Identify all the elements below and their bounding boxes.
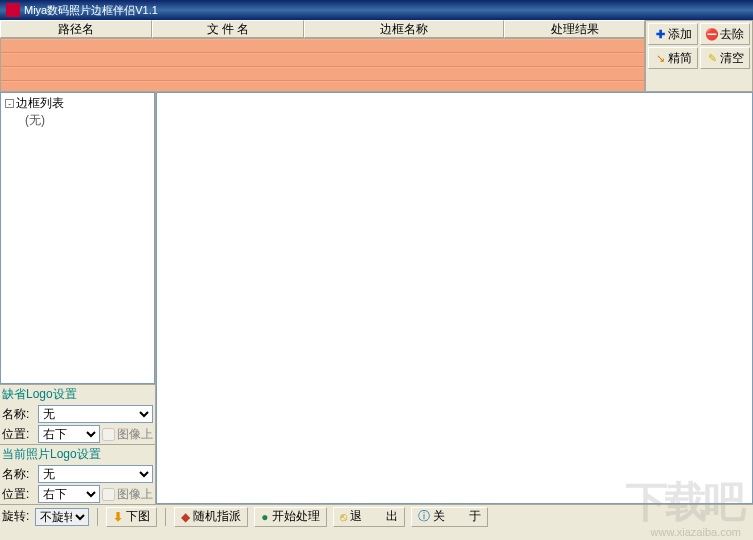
- exit-icon: ⎋: [340, 510, 347, 524]
- default-name-label: 名称:: [2, 406, 36, 423]
- random-assign-label: 随机指派: [193, 508, 241, 525]
- frame-tree[interactable]: - 边框列表 (无): [0, 92, 155, 384]
- current-pos-select[interactable]: 右下: [38, 485, 100, 503]
- about-button[interactable]: ⓘ 关 于: [411, 507, 488, 527]
- start-process-button[interactable]: ● 开始处理: [254, 507, 326, 527]
- tree-root-label: 边框列表: [16, 95, 64, 112]
- remove-label: 去除: [720, 26, 744, 43]
- down-arrow-icon: ⬇: [113, 510, 123, 524]
- remove-button[interactable]: ⛔ 去除: [700, 23, 750, 45]
- current-logo-group: 当前照片Logo设置 名称: 无 位置: 右下 图像上: [0, 444, 155, 504]
- default-logo-title: 缺省Logo设置: [0, 385, 155, 404]
- add-button[interactable]: ✚ 添加: [648, 23, 698, 45]
- clear-button[interactable]: ✎ 清空: [700, 47, 750, 69]
- current-pos-label: 位置:: [2, 486, 36, 503]
- broom-icon: ✎: [706, 52, 718, 64]
- slim-button[interactable]: ↘ 精简: [648, 47, 698, 69]
- default-name-select[interactable]: 无: [38, 405, 153, 423]
- tree-empty-label: (无): [25, 113, 45, 127]
- next-image-label: 下图: [126, 508, 150, 525]
- main-area: - 边框列表 (无) 缺省Logo设置 名称: 无 位置: 右下 图像上: [0, 92, 753, 504]
- dice-icon: ◆: [181, 510, 190, 524]
- col-result[interactable]: 处理结果: [504, 20, 645, 38]
- file-list-area: 路径名 文 件 名 边框名称 处理结果 ✚ 添加 ⛔ 去除 ↘ 精简 ✎ 清空: [0, 20, 753, 92]
- separator: [165, 508, 166, 526]
- clear-label: 清空: [720, 50, 744, 67]
- rotate-select[interactable]: 不旋转: [35, 508, 89, 526]
- table-body-empty[interactable]: [0, 38, 645, 92]
- current-over-checkbox[interactable]: [102, 488, 115, 501]
- col-filename[interactable]: 文 件 名: [152, 20, 304, 38]
- add-label: 添加: [668, 26, 692, 43]
- left-panel: - 边框列表 (无) 缺省Logo设置 名称: 无 位置: 右下 图像上: [0, 92, 156, 504]
- next-image-button[interactable]: ⬇ 下图: [106, 507, 157, 527]
- preview-area: [156, 92, 753, 504]
- default-pos-select[interactable]: 右下: [38, 425, 100, 443]
- tree-root-item[interactable]: - 边框列表: [5, 95, 150, 112]
- about-label: 关 于: [433, 508, 481, 525]
- window-title: Miya数码照片边框伴侣V1.1: [24, 3, 158, 18]
- plus-icon: ✚: [654, 28, 666, 40]
- arrow-icon: ↘: [654, 52, 666, 64]
- current-name-label: 名称:: [2, 466, 36, 483]
- tree-empty-item[interactable]: (无): [5, 112, 150, 129]
- current-over-label: 图像上: [117, 486, 153, 503]
- exit-button[interactable]: ⎋ 退 出: [333, 507, 405, 527]
- list-action-buttons: ✚ 添加 ⛔ 去除 ↘ 精简 ✎ 清空: [645, 20, 753, 92]
- slim-label: 精简: [668, 50, 692, 67]
- start-process-label: 开始处理: [272, 508, 320, 525]
- current-name-select[interactable]: 无: [38, 465, 153, 483]
- bottom-toolbar: 旋转: 不旋转 ⬇ 下图 ◆ 随机指派 ● 开始处理 ⎋ 退 出 ⓘ 关 于: [0, 504, 753, 528]
- info-icon: ⓘ: [418, 508, 430, 525]
- default-over-label: 图像上: [117, 426, 153, 443]
- file-table: 路径名 文 件 名 边框名称 处理结果: [0, 20, 645, 92]
- app-icon: [6, 3, 20, 17]
- col-frame[interactable]: 边框名称: [304, 20, 504, 38]
- tree-collapse-icon[interactable]: -: [5, 99, 14, 108]
- col-path[interactable]: 路径名: [0, 20, 152, 38]
- random-assign-button[interactable]: ◆ 随机指派: [174, 507, 248, 527]
- default-logo-group: 缺省Logo设置 名称: 无 位置: 右下 图像上: [0, 384, 155, 444]
- default-over-checkbox[interactable]: [102, 428, 115, 441]
- separator: [97, 508, 98, 526]
- table-header-row: 路径名 文 件 名 边框名称 处理结果: [0, 20, 645, 38]
- minus-icon: ⛔: [706, 28, 718, 40]
- play-icon: ●: [261, 510, 268, 524]
- window-titlebar: Miya数码照片边框伴侣V1.1: [0, 0, 753, 20]
- rotate-label: 旋转:: [2, 508, 29, 525]
- current-logo-title: 当前照片Logo设置: [0, 445, 155, 464]
- exit-label: 退 出: [350, 508, 398, 525]
- default-pos-label: 位置:: [2, 426, 36, 443]
